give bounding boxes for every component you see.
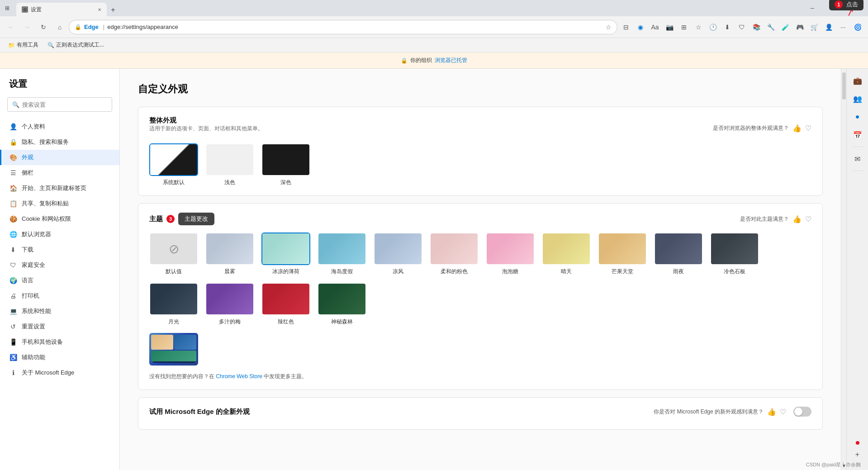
sidebar-item-languages[interactable]: 🌍 语言 <box>0 273 119 288</box>
labs[interactable]: 🧪 <box>778 20 792 34</box>
home-button[interactable]: ⌂ <box>52 20 67 34</box>
bookmark-regex[interactable]: 🔍 正则表达式测试工... <box>45 40 107 50</box>
theme-light[interactable]: 浅色 <box>205 143 254 186</box>
main-layout: 设置 🔍 👤 个人资料 🔒 隐私、搜索和服务 🎨 外观 ← 2 选择外观 <box>0 69 868 470</box>
sidebar-toggle[interactable]: ⊟ <box>619 20 633 34</box>
discover-more-themes[interactable]: 发现更多主题 ↗ <box>149 333 198 366</box>
try-new-thumbs-up[interactable]: 👍 <box>767 408 776 416</box>
theme-item-sunny[interactable]: 晴天 <box>542 233 591 275</box>
sidebar-item-downloads[interactable]: ⬇ 下载 <box>0 242 119 257</box>
search-input[interactable] <box>22 101 107 108</box>
right-icon-mail[interactable]: ✉ <box>849 151 866 167</box>
more-tools[interactable]: 🔧 <box>764 20 778 34</box>
tab-close-button[interactable]: ✕ <box>98 7 101 12</box>
sidebar-item-mobile[interactable]: 📱 手机和其他设备 <box>0 334 119 350</box>
edge-icon[interactable]: 🌀 <box>851 20 864 34</box>
theme-thumbs-up[interactable]: 👍 <box>792 215 802 223</box>
history[interactable]: 🕐 <box>706 20 720 34</box>
sidebar-item-printing[interactable]: 🖨 打印机 <box>0 288 119 304</box>
theme-section-title: 主题 <box>149 215 163 223</box>
scrollbar-track[interactable]: ▼ <box>841 69 846 470</box>
collections[interactable]: 📚 <box>749 20 763 34</box>
mango-bg <box>599 233 646 264</box>
refresh-button[interactable]: ↻ <box>36 20 51 34</box>
settings-more[interactable]: ··· ↙ 1 点击 <box>836 20 850 34</box>
sidebar-item-reset[interactable]: ↺ 重置设置 <box>0 319 119 334</box>
new-tab-button[interactable]: + <box>107 4 119 16</box>
theme-label-red: 辣红色 <box>278 318 294 326</box>
sidebar-item-default-browser[interactable]: 🌐 默认浏览器 <box>0 227 119 242</box>
theme-dark[interactable]: 深色 <box>261 143 310 186</box>
downloads-icon: ⬇ <box>9 246 17 254</box>
web-capture[interactable]: 📷 <box>663 20 676 34</box>
copilot-icon[interactable]: ◉ <box>634 20 647 34</box>
theme-item-moonlight[interactable]: 月光 <box>149 283 198 326</box>
bookmark-tools[interactable]: 📁 有用工具 <box>5 40 41 50</box>
browser-essentials[interactable]: 🛡 <box>735 20 749 34</box>
sidebar-item-label: 开始、主页和新建标签页 <box>22 184 86 192</box>
sidebar-item-profile[interactable]: 👤 个人资料 <box>0 119 119 134</box>
sidebar-item-family[interactable]: 🛡 家庭安全 <box>0 257 119 273</box>
toggle-switch[interactable] <box>793 407 811 417</box>
theme-item-forest[interactable]: 神秘森林 <box>318 283 366 326</box>
privacy-icon: 🔒 <box>9 138 17 146</box>
right-icon-circle[interactable]: ● <box>849 109 866 125</box>
try-new-thumbs-down[interactable]: ♡ <box>780 408 786 416</box>
badge-3: 3 <box>166 215 175 223</box>
theme-system-default[interactable]: 系统默认 <box>149 143 198 186</box>
right-icon-people[interactable]: 👥 <box>849 90 866 107</box>
games[interactable]: 🎮 <box>793 20 806 34</box>
search-box[interactable]: 🔍 <box>7 97 112 112</box>
theme-thumbs-down[interactable]: ♡ <box>805 215 811 223</box>
sidebar-item-accessibility[interactable]: ♿ 辅助功能 <box>0 350 119 365</box>
sidebar-item-privacy[interactable]: 🔒 隐私、搜索和服务 <box>0 134 119 150</box>
shopping[interactable]: 🛒 <box>807 20 821 34</box>
theme-item-bubblegum[interactable]: 泡泡糖 <box>486 233 535 275</box>
thumbs-down-icon[interactable]: ♡ <box>805 124 811 133</box>
lock-icon: 🔒 <box>75 24 81 30</box>
forward-button[interactable]: → <box>20 20 34 34</box>
theme-item-red[interactable]: 辣红色 <box>261 283 310 326</box>
right-icon-plus[interactable]: + <box>849 446 866 463</box>
forest-bg <box>318 284 365 314</box>
minimize-button[interactable]: ─ <box>802 0 823 16</box>
bookmark-star-icon[interactable]: ☆ <box>606 24 612 31</box>
settings-tab[interactable]: ⚙ 设置 ✕ <box>16 3 107 16</box>
theme-item-soft-pink[interactable]: 柔和的粉色 <box>430 233 479 275</box>
printing-icon: 🖨 <box>9 292 17 300</box>
address-box[interactable]: 🔒 Edge | edge://settings/appearance ☆ <box>69 20 617 34</box>
downloads-icon[interactable]: ⬇ <box>721 20 734 34</box>
scrollbar-thumb[interactable] <box>842 72 846 100</box>
right-icon-briefcase[interactable]: 💼 <box>849 72 866 89</box>
theme-item-cloud[interactable]: 晨雾 <box>205 233 254 275</box>
thumbs-up-icon[interactable]: 👍 <box>792 124 802 133</box>
notification-link[interactable]: 浏览器已托管 <box>435 57 467 64</box>
sidebar-item-appearance[interactable]: 🎨 外观 ← 2 选择外观 <box>0 150 119 165</box>
theme-item-mango[interactable]: 芒果天堂 <box>598 233 647 275</box>
sidebar-item-sidebar[interactable]: ☰ 侧栏 <box>0 165 119 180</box>
chrome-store-link[interactable]: Chrome Web Store <box>216 373 262 380</box>
theme-item-mint[interactable]: 冰凉的薄荷 <box>261 233 310 275</box>
sidebar-item-cookies[interactable]: 🍪 Cookie 和网站权限 <box>0 211 119 227</box>
theme-preview-default: ⊘ <box>149 233 198 265</box>
theme-preview-island <box>318 233 366 265</box>
profile-icon[interactable]: 👤 <box>822 20 835 34</box>
theme-preview-breeze <box>374 233 422 265</box>
favorites[interactable]: ☆ <box>692 20 705 34</box>
try-new-title: 试用 Microsoft Edge 的全新外观 <box>149 408 250 416</box>
back-button[interactable]: ← <box>4 20 18 34</box>
split-screen[interactable]: ⊞ <box>677 20 691 34</box>
sidebar-item-system[interactable]: 💻 系统和性能 <box>0 304 119 319</box>
sidebar-item-sharing[interactable]: 📋 共享、复制和粘贴 <box>0 196 119 211</box>
immersive-reader[interactable]: Aa <box>648 20 662 34</box>
theme-item-plum[interactable]: 多汁的梅 <box>205 283 254 326</box>
theme-item-slate[interactable]: 冷色石板 <box>710 233 759 275</box>
sidebar-item-about[interactable]: ℹ 关于 Microsoft Edge <box>0 365 119 380</box>
right-icon-calendar[interactable]: 📅 <box>849 127 866 143</box>
theme-item-rainy[interactable]: 雨夜 <box>654 233 703 275</box>
theme-item-default[interactable]: ⊘ 默认值 <box>149 233 198 275</box>
theme-label-mint: 冰凉的薄荷 <box>272 268 299 275</box>
theme-item-breeze[interactable]: 凉风 <box>374 233 422 275</box>
sidebar-item-start[interactable]: 🏠 开始、主页和新建标签页 <box>0 180 119 196</box>
theme-item-island[interactable]: 海岛度假 <box>318 233 366 275</box>
